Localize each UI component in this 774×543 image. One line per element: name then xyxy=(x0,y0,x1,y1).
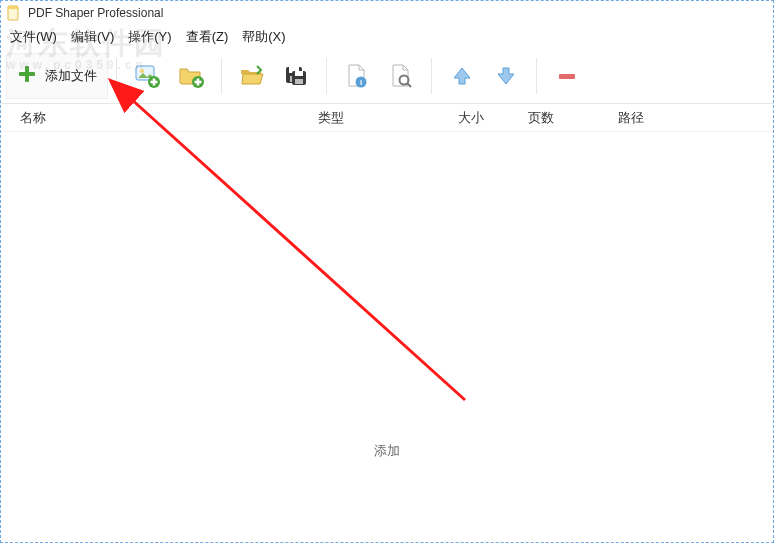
svg-rect-8 xyxy=(151,80,158,83)
empty-hint: 添加 xyxy=(374,442,400,460)
svg-rect-17 xyxy=(295,79,303,84)
file-list[interactable]: 添加 xyxy=(0,132,774,522)
separator xyxy=(326,58,327,94)
svg-rect-3 xyxy=(19,72,35,76)
separator xyxy=(116,58,117,94)
add-folder-button[interactable] xyxy=(169,53,213,99)
svg-rect-16 xyxy=(295,71,303,76)
toolbar: 添加文件 xyxy=(0,48,774,104)
svg-rect-1 xyxy=(8,6,18,9)
add-file-button[interactable]: 添加文件 xyxy=(6,53,108,99)
svg-point-5 xyxy=(140,69,144,73)
separator xyxy=(431,58,432,94)
add-image-button[interactable] xyxy=(125,53,169,99)
menu-bar: 文件(W) 编辑(V) 操作(Y) 查看(Z) 帮助(X) xyxy=(0,26,774,48)
title-bar: PDF Shaper Professional xyxy=(0,0,774,26)
save-button[interactable] xyxy=(274,53,318,99)
svg-rect-11 xyxy=(195,80,202,83)
menu-view[interactable]: 查看(Z) xyxy=(186,28,229,46)
app-icon xyxy=(6,5,22,21)
window-title: PDF Shaper Professional xyxy=(28,6,163,20)
menu-help[interactable]: 帮助(X) xyxy=(242,28,285,46)
remove-button[interactable] xyxy=(545,53,589,99)
add-file-label: 添加文件 xyxy=(45,67,97,85)
col-header-size[interactable]: 大小 xyxy=(450,109,520,127)
separator xyxy=(536,58,537,94)
svg-rect-22 xyxy=(559,74,575,79)
column-headers: 名称 类型 大小 页数 路径 xyxy=(0,104,774,132)
document-info-button[interactable]: i xyxy=(335,53,379,99)
col-header-type[interactable]: 类型 xyxy=(310,109,450,127)
svg-text:i: i xyxy=(360,78,362,87)
menu-file[interactable]: 文件(W) xyxy=(10,28,57,46)
col-header-name[interactable]: 名称 xyxy=(0,109,310,127)
col-header-pages[interactable]: 页数 xyxy=(520,109,610,127)
move-up-button[interactable] xyxy=(440,53,484,99)
move-down-button[interactable] xyxy=(484,53,528,99)
menu-edit[interactable]: 编辑(V) xyxy=(71,28,114,46)
open-folder-button[interactable] xyxy=(230,53,274,99)
separator xyxy=(221,58,222,94)
col-header-path[interactable]: 路径 xyxy=(610,109,774,127)
document-preview-button[interactable] xyxy=(379,53,423,99)
menu-action[interactable]: 操作(Y) xyxy=(128,28,171,46)
plus-icon xyxy=(17,64,37,87)
